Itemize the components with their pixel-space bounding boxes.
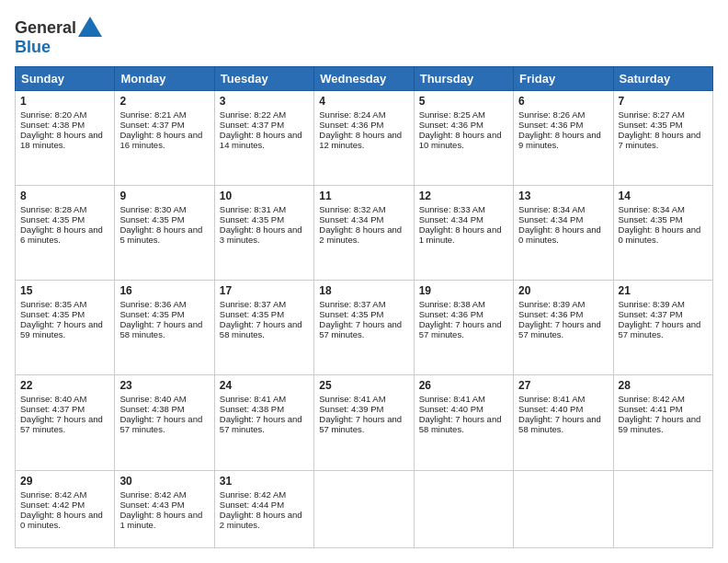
sunrise-label: Sunrise: 8:39 AM (518, 299, 585, 309)
sunset-label: Sunset: 4:36 PM (419, 309, 483, 319)
sunrise-label: Sunrise: 8:42 AM (220, 489, 286, 500)
weekday-header-friday: Friday (514, 66, 613, 90)
sunset-label: Sunset: 4:35 PM (619, 214, 683, 224)
day-number: 25 (319, 379, 408, 392)
sunrise-label: Sunrise: 8:37 AM (220, 299, 286, 309)
calendar-table: SundayMondayTuesdayWednesdayThursdayFrid… (15, 66, 713, 548)
day-number: 27 (518, 379, 608, 392)
calendar-cell (414, 470, 513, 547)
sunrise-label: Sunrise: 8:39 AM (619, 299, 685, 309)
week-row-3: 15Sunrise: 8:35 AMSunset: 4:35 PMDayligh… (16, 281, 713, 375)
sunrise-label: Sunrise: 8:30 AM (119, 204, 186, 214)
sunset-label: Sunset: 4:35 PM (619, 120, 683, 130)
week-row-4: 22Sunrise: 8:40 AMSunset: 4:37 PMDayligh… (16, 375, 713, 470)
sunset-label: Sunset: 4:35 PM (220, 309, 284, 319)
calendar-cell: 21Sunrise: 8:39 AMSunset: 4:37 PMDayligh… (613, 281, 712, 375)
day-number: 10 (220, 190, 309, 202)
day-number: 30 (119, 475, 209, 488)
day-number: 5 (419, 95, 508, 108)
weekday-header-monday: Monday (115, 66, 214, 90)
sunrise-label: Sunrise: 8:41 AM (419, 394, 485, 404)
day-number: 8 (20, 190, 109, 202)
calendar-cell: 7Sunrise: 8:27 AMSunset: 4:35 PMDaylight… (613, 90, 712, 185)
daylight-label: Daylight: 7 hours and 57 minutes. (220, 414, 302, 434)
daylight-label: Daylight: 8 hours and 0 minutes. (518, 224, 601, 245)
calendar-cell: 3Sunrise: 8:22 AMSunset: 4:37 PMDaylight… (214, 90, 313, 185)
sunset-label: Sunset: 4:35 PM (119, 309, 184, 319)
daylight-label: Daylight: 7 hours and 58 minutes. (220, 319, 302, 339)
daylight-label: Daylight: 8 hours and 2 minutes. (319, 224, 402, 245)
daylight-label: Daylight: 8 hours and 5 minutes. (119, 224, 202, 245)
day-number: 31 (220, 475, 309, 488)
sunset-label: Sunset: 4:36 PM (518, 120, 583, 130)
daylight-label: Daylight: 7 hours and 57 minutes. (619, 319, 701, 339)
week-row-5: 29Sunrise: 8:42 AMSunset: 4:42 PMDayligh… (16, 470, 713, 547)
sunrise-label: Sunrise: 8:42 AM (119, 489, 186, 500)
day-number: 14 (619, 190, 708, 202)
sunrise-label: Sunrise: 8:33 AM (419, 204, 485, 214)
daylight-label: Daylight: 7 hours and 57 minutes. (319, 319, 402, 339)
sunset-label: Sunset: 4:35 PM (319, 309, 383, 319)
sunset-label: Sunset: 4:36 PM (319, 120, 383, 130)
daylight-label: Daylight: 8 hours and 9 minutes. (518, 130, 601, 150)
calendar-cell: 20Sunrise: 8:39 AMSunset: 4:36 PMDayligh… (514, 281, 613, 375)
day-number: 2 (119, 95, 209, 108)
sunset-label: Sunset: 4:42 PM (20, 500, 85, 510)
calendar-cell: 27Sunrise: 8:41 AMSunset: 4:40 PMDayligh… (514, 375, 613, 470)
daylight-label: Daylight: 8 hours and 1 minute. (419, 224, 502, 245)
sunrise-label: Sunrise: 8:34 AM (518, 204, 585, 214)
calendar-cell: 23Sunrise: 8:40 AMSunset: 4:38 PMDayligh… (115, 375, 214, 470)
sunset-label: Sunset: 4:38 PM (220, 404, 284, 414)
daylight-label: Daylight: 8 hours and 7 minutes. (619, 130, 701, 150)
daylight-label: Daylight: 8 hours and 1 minute. (119, 510, 202, 530)
daylight-label: Daylight: 8 hours and 10 minutes. (419, 130, 502, 150)
day-number: 6 (518, 95, 608, 108)
sunrise-label: Sunrise: 8:21 AM (119, 109, 186, 120)
day-number: 22 (20, 379, 109, 392)
daylight-label: Daylight: 8 hours and 14 minutes. (220, 130, 302, 150)
calendar-cell: 31Sunrise: 8:42 AMSunset: 4:44 PMDayligh… (214, 470, 313, 547)
sunrise-label: Sunrise: 8:22 AM (220, 109, 286, 120)
weekday-header-sunday: Sunday (16, 66, 115, 90)
sunrise-label: Sunrise: 8:28 AM (20, 204, 86, 214)
calendar-cell: 22Sunrise: 8:40 AMSunset: 4:37 PMDayligh… (16, 375, 115, 470)
calendar-cell: 25Sunrise: 8:41 AMSunset: 4:39 PMDayligh… (314, 375, 414, 470)
sunset-label: Sunset: 4:36 PM (518, 309, 583, 319)
sunset-label: Sunset: 4:35 PM (20, 309, 85, 319)
sunrise-label: Sunrise: 8:20 AM (20, 109, 86, 120)
weekday-header-row: SundayMondayTuesdayWednesdayThursdayFrid… (16, 66, 713, 90)
weekday-header-thursday: Thursday (414, 66, 513, 90)
calendar-cell: 17Sunrise: 8:37 AMSunset: 4:35 PMDayligh… (214, 281, 313, 375)
sunset-label: Sunset: 4:37 PM (20, 404, 85, 414)
day-number: 3 (220, 95, 309, 108)
sunrise-label: Sunrise: 8:41 AM (518, 394, 585, 404)
calendar-cell: 9Sunrise: 8:30 AMSunset: 4:35 PMDaylight… (115, 185, 214, 280)
calendar-cell (314, 470, 414, 547)
day-number: 9 (119, 190, 209, 202)
logo-blue: Blue (15, 39, 104, 57)
sunset-label: Sunset: 4:41 PM (619, 404, 683, 414)
svg-marker-0 (78, 17, 102, 37)
calendar-cell: 1Sunrise: 8:20 AMSunset: 4:38 PMDaylight… (16, 90, 115, 185)
day-number: 23 (119, 379, 209, 392)
week-row-2: 8Sunrise: 8:28 AMSunset: 4:35 PMDaylight… (16, 185, 713, 280)
calendar-cell: 15Sunrise: 8:35 AMSunset: 4:35 PMDayligh… (16, 281, 115, 375)
header: General Blue (15, 15, 713, 57)
calendar-cell: 24Sunrise: 8:41 AMSunset: 4:38 PMDayligh… (214, 375, 313, 470)
day-number: 13 (518, 190, 608, 202)
calendar-cell: 2Sunrise: 8:21 AMSunset: 4:37 PMDaylight… (115, 90, 214, 185)
weekday-header-tuesday: Tuesday (214, 66, 313, 90)
calendar-cell (613, 470, 712, 547)
sunset-label: Sunset: 4:44 PM (220, 500, 284, 510)
day-number: 18 (319, 284, 408, 297)
sunrise-label: Sunrise: 8:42 AM (619, 394, 685, 404)
weekday-header-saturday: Saturday (613, 66, 712, 90)
calendar-cell: 12Sunrise: 8:33 AMSunset: 4:34 PMDayligh… (414, 185, 513, 280)
day-number: 12 (419, 190, 508, 202)
sunrise-label: Sunrise: 8:32 AM (319, 204, 385, 214)
calendar-cell: 29Sunrise: 8:42 AMSunset: 4:42 PMDayligh… (16, 470, 115, 547)
page: General Blue SundayMondayTuesdayWednesda… (0, 0, 728, 563)
daylight-label: Daylight: 8 hours and 0 minutes. (619, 224, 701, 245)
sunrise-label: Sunrise: 8:25 AM (419, 109, 485, 120)
daylight-label: Daylight: 7 hours and 57 minutes. (20, 414, 103, 434)
